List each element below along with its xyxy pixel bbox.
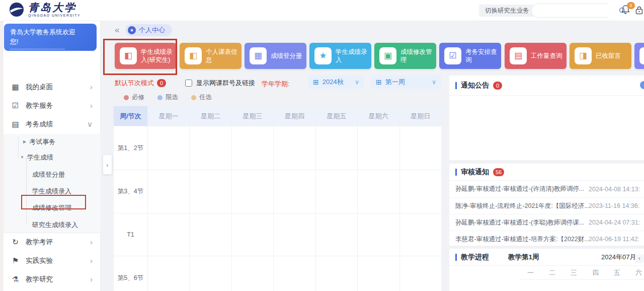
app-button-workload-query[interactable]: ▤ 工作量查询	[505, 43, 567, 69]
teaching-week-label: 教学第1周	[508, 253, 539, 262]
gauge-icon: ↻	[11, 238, 20, 247]
welcome-text-line1: 青岛大学教务系统欢迎	[10, 28, 91, 37]
timetable-cell	[148, 170, 190, 213]
audit-notification-row[interactable]: 李慈君-审核通过-审核通过-培养方案:【2022财... 2024-06-19 …	[449, 231, 644, 247]
expanded-triangle-icon: ▼	[20, 155, 24, 160]
sidebar-item-practice-experiment[interactable]: ⚑ 实践实验 ›	[0, 251, 101, 270]
audit-notification-row[interactable]: 孙延鹏-审核通过-审核通过-(李聪)教师调停课... 2024-04-24 07…	[449, 214, 644, 231]
calendar-weekday-row: 一 二 三 四 五 六	[520, 266, 644, 280]
university-name-en: QINGDAO UNIVERSITY	[28, 14, 80, 17]
book-icon: ▤	[11, 120, 20, 129]
left-edge-strip	[0, 21, 4, 291]
period-label: 第3、4节	[114, 170, 148, 213]
university-emblem-icon	[9, 2, 24, 17]
timetable-cell	[358, 126, 399, 170]
term-select[interactable]: ⊞ 2024秋 ∨	[308, 76, 364, 89]
collapse-panel-handle[interactable]: ‹	[103, 155, 112, 174]
university-name-cn: 青岛大学	[28, 2, 80, 13]
day-header: 星期二	[190, 106, 231, 126]
app-button-graduate-score-entry[interactable]: ◧ 学生成绩录入(研究生)	[115, 43, 177, 69]
elective-dot-icon	[191, 95, 196, 100]
book-icon: ◧	[185, 47, 202, 64]
sidebar: 青岛大学教务系统欢迎 您! ▦ 我的桌面 › ☑ 教学服务 › ▤ 考务成绩 ∨…	[0, 21, 101, 291]
app-button-student-score-entry[interactable]: ★ 学生成绩录入	[309, 43, 371, 69]
timetable-header-row: 周/节次 星期一 星期二 星期三 星期四 星期五 星期六 星期日	[114, 106, 442, 126]
app-button-exam-arrangement[interactable]: ☑ 考务安排查询	[439, 43, 501, 69]
sidebar-item-exam-affairs[interactable]: ▶ 考试事务	[0, 134, 101, 150]
sidebar-item-my-desktop[interactable]: ▦ 我的桌面 ›	[0, 78, 101, 96]
lock-button[interactable]	[635, 6, 643, 16]
welcome-text-line2: 您!	[10, 37, 91, 47]
table-icon: ⊞	[376, 78, 382, 86]
sidebar-item-exam-scores[interactable]: ▤ 考务成绩 ∨	[0, 115, 101, 133]
university-logo: 青岛大学 QINGDAO UNIVERSITY	[9, 2, 80, 17]
search-input[interactable]	[532, 4, 619, 17]
clipboard-check-icon: ☑	[444, 47, 461, 64]
global-search[interactable]	[531, 4, 614, 18]
day-header: 星期五	[316, 106, 358, 126]
sidebar-item-teaching-services[interactable]: ☑ 教学服务 ›	[0, 96, 101, 115]
notifications-bell[interactable]: 0	[621, 5, 633, 17]
day-header: 星期三	[232, 106, 274, 126]
checklist-icon: ▤	[510, 47, 527, 64]
sidebar-item-student-score-entry[interactable]: 学生成绩录入	[0, 183, 101, 199]
app-button-personal-timetable[interactable]: ◧ 个人课表信息	[180, 43, 242, 69]
welcome-banner: 青岛大学教务系统欢迎 您!	[4, 24, 97, 51]
weekday-label: 一	[520, 266, 541, 279]
audit-notification-row[interactable]: 孙延鹏-审核通过-审核通过-(许清清)教师调停... 2024-04-08 14…	[449, 181, 644, 197]
timetable-cell	[190, 126, 231, 170]
app-button-partial[interactable]	[634, 43, 644, 69]
chevron-right-icon: ›	[90, 256, 93, 265]
timetable-cell	[274, 126, 315, 170]
weekday-label: 五	[606, 266, 628, 279]
app-button-score-register[interactable]: ▦ 成绩登分册	[245, 43, 306, 69]
star-icon: ★	[128, 26, 136, 34]
sidebar-item-graduate-score-entry[interactable]: 研究生成绩录入	[0, 216, 101, 233]
sidebar-item-teaching-research[interactable]: ⚗ 教学研究 ›	[0, 270, 101, 288]
unknown-icon	[639, 47, 644, 64]
notices-card-header: 通知公告 0	[449, 76, 644, 96]
more-icon[interactable]	[640, 81, 644, 89]
weekday-label: 二	[541, 266, 563, 279]
audits-badge: 56	[493, 168, 504, 176]
timetable-cell	[400, 213, 442, 256]
prev-month-icon[interactable]: ‹	[635, 254, 644, 263]
chevron-right-icon: ›	[90, 238, 93, 246]
app-button-score-modify[interactable]: ▣ 成绩修改管理	[374, 43, 436, 69]
week-select[interactable]: ⊞ 第一周 ∨	[371, 76, 441, 89]
desktop-grid-icon: ▦	[11, 83, 20, 92]
progress-card-header: 教学进程 教学第1周 2024年07月 ‹	[449, 249, 644, 266]
show-online-course-checkbox-row[interactable]: 显示网课群号及链接	[185, 79, 255, 88]
timetable-cell	[148, 126, 190, 170]
audit-notification-row[interactable]: 陈净-审核终止-流程终止-2021年度:【国际经济... 2023-11-16 …	[449, 197, 644, 214]
legend-limited: 限选	[157, 93, 178, 102]
audits-card: 审核通知 56 孙延鹏-审核通过-审核通过-(许清清)教师调停... 2024-…	[449, 164, 644, 246]
required-dot-icon	[124, 95, 129, 100]
timetable: 周/节次 星期一 星期二 星期三 星期四 星期五 星期六 星期日 第1、2节 第…	[113, 106, 442, 291]
sidebar-item-teacher-development[interactable]: ⚑ 教师发展 ›	[0, 288, 101, 291]
sidebar-item-student-scores[interactable]: ▼ 学生成绩	[0, 150, 101, 165]
timetable-cell	[232, 126, 274, 170]
app-button-received-messages[interactable]: ◨ 已收留言	[570, 43, 631, 69]
chevron-down-icon: ∨	[355, 79, 359, 86]
timetable-cell	[232, 170, 274, 213]
book-icon: ◨	[575, 47, 592, 64]
timetable-row: T1	[114, 213, 442, 256]
chevron-down-icon: ∨	[87, 120, 93, 129]
period-label: 第1、2节	[114, 126, 148, 170]
show-online-course-checkbox[interactable]	[185, 80, 192, 87]
chevron-down-icon: ∨	[432, 79, 436, 86]
default-period-mode[interactable]: 默认节次模式 0	[115, 79, 166, 88]
sidebar-item-score-modify[interactable]: 成绩修改管理	[0, 199, 101, 216]
period-label: 第5、6节	[114, 256, 148, 291]
timetable-cell	[274, 170, 315, 213]
sidebar-item-teaching-evaluation[interactable]: ↻ 教学考评 ›	[0, 233, 101, 251]
collapse-sidebar-icon[interactable]: «	[115, 25, 119, 35]
timetable-row: 第5、6节	[114, 256, 442, 291]
sidebar-item-score-register[interactable]: 成绩登分册	[0, 166, 101, 183]
switch-business-button[interactable]: 切换研究生业务	[479, 5, 535, 17]
tab-personal-center[interactable]: ★ 个人中心	[125, 24, 172, 36]
timetable-corner: 周/节次	[114, 106, 148, 126]
period-label: T1	[114, 213, 148, 256]
day-header: 星期日	[400, 106, 442, 126]
